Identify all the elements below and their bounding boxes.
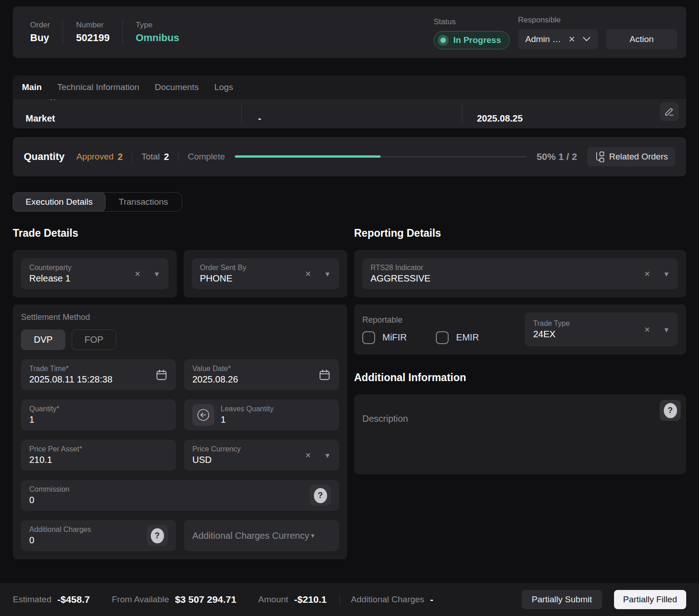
rts28-clear-icon[interactable]: ✕ <box>644 270 650 278</box>
trade-type-value: 24EX <box>533 329 570 340</box>
caret-down-icon[interactable]: ▼ <box>324 270 331 278</box>
emir-checkbox-item[interactable]: EMIR <box>436 331 479 344</box>
order-number-group: Number 502199 <box>63 21 122 44</box>
tab-documents[interactable]: Documents <box>155 82 199 92</box>
header-right: Status In Progress Responsible Admin … ✕… <box>434 16 677 49</box>
additional-charges-input[interactable]: Additional Charges 0 ? <box>21 520 176 551</box>
tab-logs[interactable]: Logs <box>214 82 233 92</box>
progress-fill <box>235 155 381 158</box>
mifir-checkbox-item[interactable]: MiFIR <box>362 331 407 344</box>
action-button[interactable]: Action <box>606 29 677 49</box>
caret-down-icon: ▾ <box>311 531 315 540</box>
progress-bar <box>235 155 526 158</box>
settlement-fop-button[interactable]: FOP <box>72 329 116 350</box>
scrolled-order-row: Order Type Market - Value Date 2025.08.2… <box>13 99 686 128</box>
quantity-input[interactable]: Quantity* 1 <box>21 399 176 430</box>
partially-submit-button[interactable]: Partially Submit <box>522 590 602 609</box>
amount-label: Amount <box>258 595 288 605</box>
price-currency-label: Price Currency <box>192 445 241 453</box>
caret-down-icon[interactable]: ▼ <box>154 270 160 278</box>
divider <box>132 152 132 162</box>
rts28-label: RTS28 Indicator <box>371 264 430 272</box>
checkbox-icon[interactable] <box>436 331 449 344</box>
description-help-button[interactable]: ? <box>660 400 681 421</box>
order-sent-by-clear-icon[interactable]: ✕ <box>305 270 311 278</box>
amount-value: -$210.1 <box>294 594 327 605</box>
caret-down-icon[interactable]: ▼ <box>663 326 670 334</box>
settlement-dvp-button[interactable]: DVP <box>21 329 65 350</box>
commission-label: Commission <box>29 485 69 494</box>
calendar-icon[interactable] <box>318 369 331 381</box>
order-type-group: Type Omnibus <box>123 21 192 44</box>
related-orders-icon <box>594 151 604 162</box>
rts28-select[interactable]: RTS28 Indicator AGGRESSIVE ✕ ▼ <box>362 258 678 289</box>
caret-down-icon[interactable]: ▼ <box>663 270 670 278</box>
copy-left-button[interactable] <box>192 404 214 426</box>
additional-charges-currency-placeholder: Additional Charges Currency <box>192 531 309 541</box>
tab-technical-information[interactable]: Technical Information <box>57 82 139 92</box>
responsible-select[interactable]: Admin … ✕ <box>518 29 598 49</box>
date-cell-value: 2025.08.25 <box>477 113 523 124</box>
commission-input[interactable]: Commission 0 ? <box>21 480 339 511</box>
main-tabbar: Main Technical Information Documents Log… <box>13 75 686 99</box>
commission-help-button[interactable]: ? <box>310 485 331 506</box>
price-per-asset-input[interactable]: Price Per Asset* 210.1 <box>21 440 176 471</box>
divider <box>178 152 179 162</box>
question-icon: ? <box>314 488 327 503</box>
responsible-label: Responsible <box>518 16 598 25</box>
reportable-label: Reportable <box>362 315 479 325</box>
settlement-method-label: Settlement Method <box>21 313 339 322</box>
order-type-cell-label-clipped: Order Type <box>26 99 62 101</box>
additional-charges-value: 0 <box>29 535 91 546</box>
value-date-value: 2025.08.26 <box>192 374 238 385</box>
counterparty-select[interactable]: Counterparty Release 1 ✕ ▼ <box>21 258 169 289</box>
responsible-clear-icon[interactable]: ✕ <box>568 34 575 44</box>
order-type-cell-value: Market <box>26 113 55 124</box>
footer-additional-charges-label: Additional Charges <box>351 595 424 605</box>
additional-charges-currency-select[interactable]: Additional Charges Currency▾ <box>184 520 339 551</box>
rts28-value: AGGRESSIVE <box>371 273 430 284</box>
price-per-asset-value: 210.1 <box>29 455 82 465</box>
quantity-title: Quantity <box>24 151 64 163</box>
price-currency-value: USD <box>192 455 241 465</box>
edit-button[interactable] <box>660 102 679 121</box>
price-currency-clear-icon[interactable]: ✕ <box>305 451 311 460</box>
caret-down-icon[interactable]: ▼ <box>324 451 331 459</box>
order-header: Order Buy Number 502199 Type Omnibus Sta… <box>13 6 686 58</box>
partially-filled-button[interactable]: Partially Filled <box>614 590 686 609</box>
subtab-execution-details[interactable]: Execution Details <box>13 192 106 212</box>
from-available-label: From Available <box>112 595 169 605</box>
value-date-input[interactable]: Value Date* 2025.08.26 <box>184 359 339 390</box>
empty-cell: - <box>242 99 462 128</box>
price-per-asset-label: Price Per Asset* <box>29 445 82 453</box>
tab-main[interactable]: Main <box>22 82 42 92</box>
counterparty-label: Counterparty <box>29 264 72 272</box>
estimated-value: -$458.7 <box>57 594 90 605</box>
leaves-quantity-label: Leaves Quantity <box>221 405 274 413</box>
subtab-transactions[interactable]: Transactions <box>105 193 182 211</box>
trade-time-input[interactable]: Trade Time* 2025.08.11 15:28:38 <box>21 359 176 390</box>
trade-type-clear-icon[interactable]: ✕ <box>644 325 650 334</box>
checkbox-icon[interactable] <box>362 331 375 344</box>
additional-charges-help-button[interactable]: ? <box>147 525 168 546</box>
chevron-down-icon[interactable] <box>582 37 591 42</box>
status-label: Status <box>434 17 510 27</box>
related-orders-button[interactable]: Related Orders <box>587 147 675 166</box>
description-textarea[interactable]: Description ? <box>354 394 686 474</box>
approved-label: Approved <box>76 152 113 162</box>
counterparty-clear-icon[interactable]: ✕ <box>134 270 140 278</box>
order-footer: Estimated -$458.7 From Available $3 507 … <box>0 583 699 616</box>
order-side-group: Order Buy <box>22 21 63 44</box>
responsible-value: Admin … <box>525 34 561 44</box>
order-side-label: Order <box>30 21 50 30</box>
order-sent-by-select[interactable]: Order Sent By PHONE ✕ ▼ <box>192 258 339 289</box>
calendar-icon[interactable] <box>155 369 168 381</box>
question-icon: ? <box>151 528 164 543</box>
trade-type-label: Trade Type <box>533 319 570 328</box>
price-currency-select[interactable]: Price Currency USD ✕ ▼ <box>184 440 339 471</box>
question-icon: ? <box>664 403 677 418</box>
trade-type-select[interactable]: Trade Type 24EX ✕ ▼ <box>525 313 678 346</box>
commission-value: 0 <box>29 495 69 505</box>
reporting-details-title: Reporting Details <box>354 227 686 239</box>
quantity-summary: Quantity Approved 2 Total 2 Complete 50%… <box>13 137 686 176</box>
